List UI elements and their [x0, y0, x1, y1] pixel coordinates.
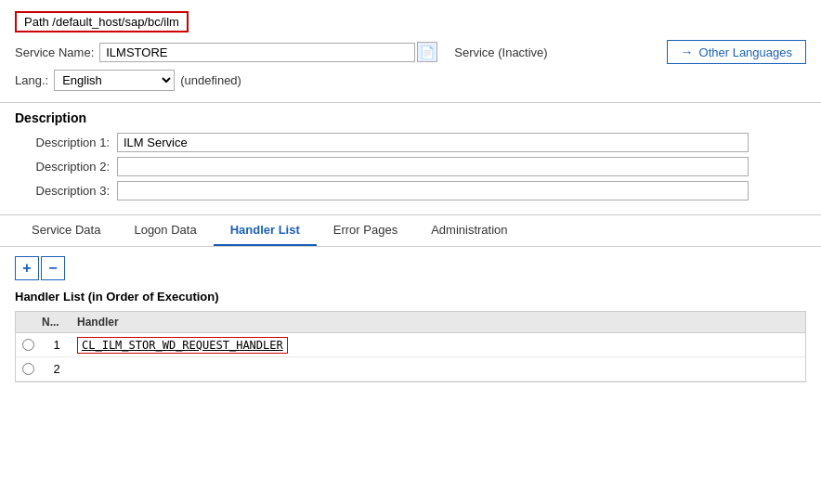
remove-handler-button[interactable]: −	[41, 256, 65, 280]
book-icon: 📄	[420, 45, 435, 59]
toolbar-row: + −	[15, 256, 806, 280]
path-display: Path /default_host/sap/bc/ilm	[15, 11, 189, 32]
table-row: 2	[16, 357, 805, 381]
other-languages-label: Other Languages	[699, 45, 792, 59]
handler-list-table: N... Handler 1 CL_ILM_STOR_WD_REQUEST_HA…	[15, 311, 806, 382]
row-1-handler: CL_ILM_STOR_WD_REQUEST_HANDLER	[73, 335, 805, 355]
desc-label-3: Description 3:	[15, 184, 117, 198]
row-2-radio[interactable]	[22, 363, 34, 375]
desc-input-2[interactable]	[117, 157, 749, 176]
th-num: N...	[40, 312, 73, 332]
row-2-handler	[73, 368, 805, 371]
arrow-right-icon: →	[681, 45, 694, 59]
service-name-row: Service Name: 📄 Service (Inactive) → Oth…	[15, 40, 806, 64]
other-languages-button[interactable]: → Other Languages	[667, 40, 806, 64]
lang-label: Lang.:	[15, 73, 48, 87]
description-row-1: Description 1:	[15, 133, 806, 152]
desc-label-2: Description 2:	[15, 160, 117, 174]
description-section: Description Description 1: Description 2…	[0, 103, 821, 215]
lang-select[interactable]: English German French	[54, 70, 175, 91]
handler-link-1[interactable]: CL_ILM_STOR_WD_REQUEST_HANDLER	[77, 337, 288, 354]
content-section: + − Handler List (in Order of Execution)…	[0, 247, 821, 392]
description-row-3: Description 3:	[15, 181, 806, 200]
add-handler-button[interactable]: +	[15, 256, 39, 280]
handler-list-title: Handler List (in Order of Execution)	[15, 290, 806, 304]
tab-administration[interactable]: Administration	[414, 215, 524, 246]
service-name-icon-button[interactable]: 📄	[417, 42, 437, 62]
top-section: Path /default_host/sap/bc/ilm Service Na…	[0, 0, 821, 103]
tabs-section: Service Data Logon Data Handler List Err…	[0, 215, 821, 247]
tab-logon-data[interactable]: Logon Data	[117, 215, 213, 246]
tabs-row: Service Data Logon Data Handler List Err…	[15, 215, 806, 246]
th-handler: Handler	[73, 312, 805, 332]
service-status-label: Service (Inactive)	[454, 45, 547, 59]
row-2-radio-cell	[16, 361, 40, 377]
lang-row: Lang.: English German French (undefined)	[15, 70, 806, 91]
row-1-num: 1	[40, 336, 73, 354]
description-row-2: Description 2:	[15, 157, 806, 176]
lang-undefined-label: (undefined)	[180, 73, 241, 87]
desc-input-3[interactable]	[117, 181, 749, 200]
service-name-label: Service Name:	[15, 45, 94, 59]
table-header: N... Handler	[16, 312, 805, 333]
desc-input-1[interactable]	[117, 133, 749, 152]
tab-handler-list[interactable]: Handler List	[214, 215, 317, 246]
desc-label-1: Description 1:	[15, 136, 117, 149]
row-1-radio[interactable]	[22, 339, 34, 351]
tab-error-pages[interactable]: Error Pages	[317, 215, 414, 246]
row-2-num: 2	[40, 360, 73, 378]
table-row: 1 CL_ILM_STOR_WD_REQUEST_HANDLER	[16, 333, 805, 357]
description-title: Description	[15, 110, 806, 125]
th-radio	[16, 312, 40, 332]
service-name-input[interactable]	[99, 43, 415, 62]
tab-service-data[interactable]: Service Data	[15, 215, 117, 246]
row-1-radio-cell	[16, 337, 40, 353]
path-row: Path /default_host/sap/bc/ilm	[15, 11, 806, 32]
